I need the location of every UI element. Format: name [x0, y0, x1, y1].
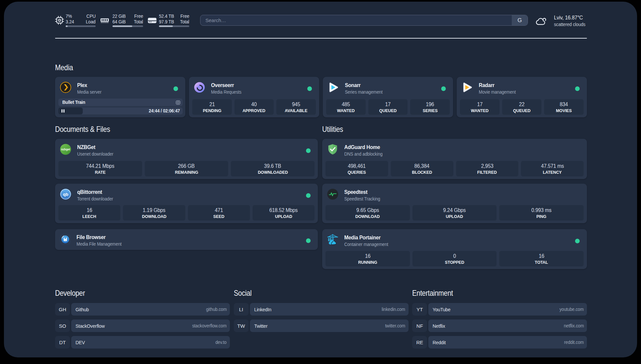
bookmark-group-developer: DeveloperGHGithubgithub.comSOStackOverfl…	[55, 288, 230, 352]
bookmark-netflix[interactable]: NFNetflixnetflix.com	[412, 319, 587, 332]
bookmark-url: reddit.com	[564, 340, 584, 345]
filebrowser-icon	[60, 234, 71, 245]
bookmark-dev[interactable]: DTDEVdev.to	[55, 336, 230, 349]
stat-value: 17	[385, 101, 391, 108]
resource-label: Load	[86, 19, 96, 24]
stat-label: MOVIES	[556, 108, 572, 113]
service-card-text: Media PortainerContainer management	[344, 234, 391, 247]
bookmark-url: netflix.com	[564, 323, 584, 328]
stat-value: 17	[477, 101, 483, 108]
bookmark-github[interactable]: GHGithubgithub.com	[55, 303, 230, 316]
stat-block: 471SEED	[188, 205, 250, 221]
stat-value: 1.19 Gbps	[143, 207, 166, 214]
bookmark-url: linkedin.com	[382, 307, 405, 312]
weather-widget[interactable]: Lviv, 16.87°C scattered clouds	[536, 14, 589, 27]
bookmark-pill: DEVdev.to	[71, 336, 230, 349]
stat-block: 39.6 TBDOWNLOADED	[231, 161, 315, 176]
stat-value: 40	[251, 101, 257, 108]
bookmark-youtube[interactable]: YTYouTubeyoutube.com	[412, 303, 587, 316]
stat-label: QUEUED	[379, 108, 397, 113]
bookmark-list: YTYouTubeyoutube.comNFNetflixnetflix.com…	[412, 303, 587, 349]
service-title: Media Portainer	[344, 234, 387, 241]
service-title: Plex	[77, 81, 101, 89]
weather-location-temp: Lviv, 16.87°C	[554, 14, 585, 21]
portainer-icon	[327, 234, 339, 246]
service-card-file-browser[interactable]: File BrowserMedia File Management	[55, 229, 318, 250]
service-card-plex[interactable]: PlexMedia serverBullet Train24:44 / 02:0…	[55, 77, 185, 117]
bookmark-twitter[interactable]: TWTwittertwitter.com	[234, 319, 409, 332]
service-card-radarr[interactable]: RadarrMovie management17WANTED22QUEUED83…	[457, 77, 587, 117]
service-title: NZBGet	[77, 143, 112, 151]
service-stats-row: 9.65 GbpsDOWNLOAD9.24 GbpsUPLOAD0.993 ms…	[325, 205, 584, 221]
bookmark-list: LILinkedInlinkedin.comTWTwittertwitter.c…	[234, 303, 409, 332]
service-card-header: SpeedtestSpeedtest Tracking	[327, 188, 582, 202]
stat-label: QUEUED	[513, 108, 531, 113]
service-card-qbittorrent[interactable]: qbqBittorrentTorrent downloader16LEECH1.…	[55, 184, 318, 223]
service-title: qBittorrent	[77, 188, 112, 196]
bookmark-linkedin[interactable]: LILinkedInlinkedin.com	[234, 303, 409, 316]
resource-value: 22 GiB	[112, 13, 126, 19]
service-subtitle: Series management	[345, 89, 382, 95]
stat-label: TOTAL	[535, 260, 548, 265]
stat-block: 21PENDING	[192, 99, 232, 115]
section-title-media: Media	[55, 63, 73, 72]
stat-label: RUNNING	[358, 260, 377, 265]
bookmark-group-title: Social	[234, 288, 382, 298]
resource-label: Free	[134, 13, 143, 19]
stat-label: DOWNLOAD	[355, 214, 380, 219]
service-card-text: AdGuard HomeDNS and adblocking	[344, 143, 385, 157]
bookmark-name: Twitter	[254, 323, 267, 329]
resource-row: 97.9 TBTotal	[159, 19, 189, 24]
dashboard-window: 7%CPU3.24Load22 GiBFree64 GiBTotal52.4 T…	[4, 2, 637, 357]
section-title-utilities: Utilities	[322, 125, 343, 134]
stat-value: 618.52 Mbps	[269, 207, 298, 214]
bookmark-abbr: YT	[412, 303, 427, 316]
media-card-row: PlexMedia serverBullet Train24:44 / 02:0…	[55, 77, 587, 117]
stat-block: 744.21 MbpsRATE	[58, 161, 142, 176]
bookmark-name: StackOverflow	[76, 323, 105, 329]
resource-readout: 7%CPU3.24Load	[66, 13, 96, 27]
cloud-icon	[536, 16, 547, 25]
search-provider-button[interactable]: G	[512, 15, 528, 25]
stat-value: 16	[539, 253, 544, 259]
search-input[interactable]	[200, 15, 512, 25]
service-title: File Browser	[76, 233, 120, 241]
header-divider	[55, 38, 587, 39]
service-subtitle: Media File Management	[76, 241, 122, 247]
service-card-speedtest[interactable]: SpeedtestSpeedtest Tracking9.65 GbpsDOWN…	[322, 184, 587, 223]
stat-value: 834	[560, 101, 568, 108]
stat-block: 266 GBREMAINING	[145, 161, 229, 176]
pause-button[interactable]	[58, 107, 83, 114]
service-card-text: SonarrSeries management	[345, 81, 385, 95]
stat-value: 0.993 ms	[532, 207, 552, 214]
service-card-header: OverseerrMedia Requests	[194, 81, 315, 95]
service-card-overseerr[interactable]: OverseerrMedia Requests21PENDING40APPROV…	[189, 77, 319, 117]
stat-value: 22	[519, 101, 525, 108]
bookmark-url: github.com	[206, 307, 227, 312]
status-dot	[306, 148, 311, 153]
bookmark-stackoverflow[interactable]: SOStackOverflowstackoverflow.com	[55, 319, 230, 332]
service-card-adguard-home[interactable]: AdGuard HomeDNS and adblocking498,461QUE…	[322, 139, 587, 179]
disk-icon	[148, 16, 157, 25]
status-dot	[307, 86, 312, 91]
bookmark-pill: Redditreddit.com	[428, 336, 587, 349]
service-card-media-portainer[interactable]: Media PortainerContainer management16RUN…	[322, 229, 587, 269]
service-title: Overseerr	[211, 81, 240, 89]
dashboard-content: 7%CPU3.24Load22 GiBFree64 GiBTotal52.4 T…	[55, 2, 587, 357]
service-card-nzbget[interactable]: nzbgetNZBGetUsenet downloader744.21 Mbps…	[55, 139, 318, 179]
service-card-sonarr[interactable]: SonarrSeries management485WANTED17QUEUED…	[323, 77, 453, 117]
stat-block: 9.24 GbpsUPLOAD	[412, 205, 497, 221]
nzbget-icon: nzbget	[60, 143, 72, 155]
stat-block: 834MOVIES	[544, 99, 584, 115]
stat-label: REMAINING	[175, 170, 198, 175]
documents-column: nzbgetNZBGetUsenet downloader744.21 Mbps…	[55, 139, 318, 250]
bookmark-abbr: TW	[234, 319, 249, 332]
stat-value: 9.65 Gbps	[356, 207, 379, 214]
stat-block: 9.65 GbpsDOWNLOAD	[325, 205, 410, 221]
bookmark-reddit[interactable]: RERedditreddit.com	[412, 336, 587, 349]
sonarr-icon	[327, 81, 339, 93]
usage-bar	[66, 25, 96, 27]
service-card-text: RadarrMovie management	[479, 81, 519, 95]
memory-icon	[100, 16, 109, 25]
bookmark-name: YouTube	[433, 307, 450, 312]
